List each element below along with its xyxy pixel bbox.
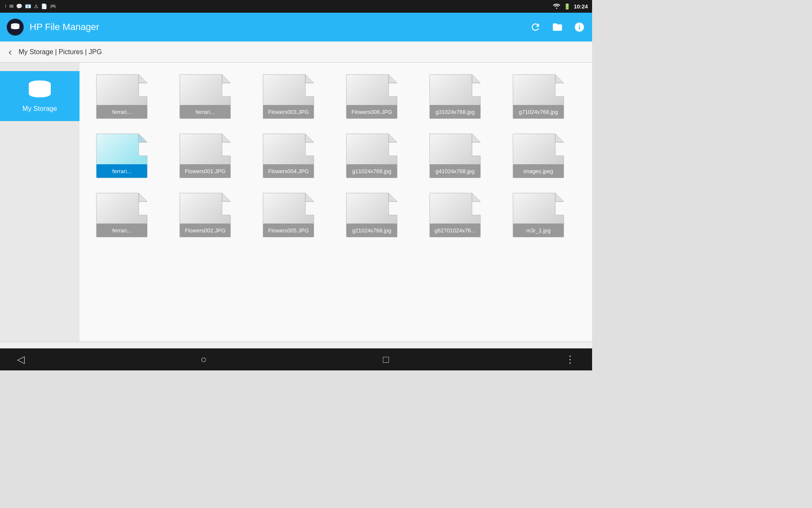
status-icons-left: ↑ ✉ 💬 📧 ⚠ 📄 🎮 <box>4 3 56 9</box>
header-icons <box>529 21 585 33</box>
status-icons-right: 🔋 10:24 <box>553 3 588 10</box>
file-icon-9: Flowers004.JPG <box>259 130 324 181</box>
file-item-13[interactable]: ferrari... <box>88 190 162 240</box>
battery-icon: 🔋 <box>564 3 571 10</box>
nav-back-button[interactable]: ◁ <box>17 353 25 365</box>
upload-icon: ↑ <box>4 3 7 9</box>
breadcrumb-path: My Storage | Pictures | JPG <box>19 48 102 56</box>
nav-recent-button[interactable]: □ <box>383 353 389 365</box>
app-header: HP File Manager <box>0 13 592 41</box>
file-item-18[interactable]: m3r_1.jpg <box>505 190 579 240</box>
file-item-9[interactable]: Flowers004.JPG <box>255 130 329 181</box>
file-item-15[interactable]: Flowers005.JPG <box>255 190 329 240</box>
file-grid: ferrari... <box>88 71 584 240</box>
svg-text:Flowers003.JPG: Flowers003.JPG <box>268 109 309 115</box>
file-icon-14: Flowers002.JPG <box>176 190 241 240</box>
time-display: 10:24 <box>574 3 588 10</box>
chat-icon: 💬 <box>16 3 22 9</box>
info-button[interactable] <box>573 21 585 33</box>
svg-text:g11024x768.jpg: g11024x768.jpg <box>352 168 392 174</box>
svg-point-8 <box>29 91 51 97</box>
file-item-17[interactable]: g62701024x76... <box>421 190 495 240</box>
sidebar-item-my-storage[interactable]: My Storage <box>0 71 80 121</box>
file-item-7[interactable]: ferrari... <box>88 130 162 181</box>
svg-text:ferrari...: ferrari... <box>112 109 132 115</box>
file-icon-11: g41024x768.jpg <box>425 130 491 181</box>
svg-text:g62701024x76...: g62701024x76... <box>435 227 476 234</box>
file-item-16[interactable]: g21024x768.jpg <box>338 190 412 240</box>
svg-text:g31024x768.jpg: g31024x768.jpg <box>436 109 475 115</box>
file-icon-16: g21024x768.jpg <box>342 190 408 240</box>
svg-text:Flowers002.JPG: Flowers002.JPG <box>185 227 225 234</box>
svg-text:Flowers005.JPG: Flowers005.JPG <box>268 227 309 234</box>
app-logo <box>7 19 24 36</box>
wifi-icon <box>553 3 560 10</box>
file-item-1[interactable]: ferrari... <box>88 71 162 122</box>
file-icon-10: g11024x768.jpg <box>342 130 408 181</box>
file-item-5[interactable]: g31024x768.jpg <box>421 71 495 122</box>
storage-icon <box>27 80 52 101</box>
file-area[interactable]: ferrari... <box>80 63 592 342</box>
svg-text:g41024x768.jpg: g41024x768.jpg <box>436 168 475 174</box>
svg-text:Flowers004.JPG: Flowers004.JPG <box>268 168 309 174</box>
outlook-icon: 📧 <box>25 3 31 9</box>
file-item-8[interactable]: Flowers001.JPG <box>171 130 245 181</box>
nav-home-button[interactable]: ○ <box>200 353 207 365</box>
svg-text:g71024x768.jpg: g71024x768.jpg <box>519 109 558 115</box>
breadcrumb-bar: ‹ My Storage | Pictures | JPG <box>0 41 592 63</box>
file-item-11[interactable]: g41024x768.jpg <box>421 130 495 181</box>
file-item-4[interactable]: Flowers006.JPG <box>338 71 412 122</box>
file-icon-2: ferrari... <box>176 71 241 122</box>
svg-point-1 <box>11 23 19 26</box>
svg-text:Flowers001.JPG: Flowers001.JPG <box>185 168 225 174</box>
file-icon-5: g31024x768.jpg <box>425 71 491 122</box>
file-item-2[interactable]: ferrari... <box>171 71 245 122</box>
file-item-3[interactable]: Flowers003.JPG <box>255 71 329 122</box>
file-item-6[interactable]: g71024x768.jpg <box>505 71 579 122</box>
app-title: HP File Manager <box>30 22 529 33</box>
svg-text:Flowers006.JPG: Flowers006.JPG <box>351 109 392 115</box>
alert-icon: ⚠ <box>34 3 38 9</box>
file-icon-17: g62701024x76... <box>425 190 491 240</box>
file-icon-12: images.jpeg <box>509 130 574 181</box>
svg-text:ferrari...: ferrari... <box>112 227 132 234</box>
folder-button[interactable] <box>551 21 563 33</box>
svg-text:images.jpeg: images.jpeg <box>524 168 553 174</box>
file-icon-8: Flowers001.JPG <box>176 130 241 181</box>
file-item-10[interactable]: g11024x768.jpg <box>338 130 412 181</box>
file-icon: 📄 <box>41 3 47 9</box>
file-icon-4: Flowers006.JPG <box>342 71 408 122</box>
file-item-12[interactable]: images.jpeg <box>505 130 579 181</box>
status-bar: ↑ ✉ 💬 📧 ⚠ 📄 🎮 🔋 10:24 <box>0 0 592 13</box>
game-icon: 🎮 <box>50 3 56 9</box>
main-layout: My Storage <box>0 63 592 342</box>
file-icon-13: ferrari... <box>92 190 158 240</box>
file-icon-6: g71024x768.jpg <box>509 71 574 122</box>
file-icon-15: Flowers005.JPG <box>259 190 324 240</box>
svg-text:ferrari...: ferrari... <box>112 168 132 174</box>
nav-more-button[interactable]: ⋮ <box>565 353 575 365</box>
svg-text:g21024x768.jpg: g21024x768.jpg <box>352 227 392 234</box>
back-button[interactable]: ‹ <box>7 44 14 60</box>
refresh-button[interactable] <box>529 21 541 33</box>
sidebar: My Storage <box>0 63 80 342</box>
svg-text:m3r_1.jpg: m3r_1.jpg <box>526 227 551 234</box>
file-icon-7: ferrari... <box>92 130 158 181</box>
gmail-icon: ✉ <box>9 3 14 9</box>
file-item-14[interactable]: Flowers002.JPG <box>171 190 245 240</box>
file-icon-1: ferrari... <box>92 71 158 122</box>
svg-text:ferrari...: ferrari... <box>196 109 215 115</box>
file-icon-3: Flowers003.JPG <box>259 71 324 122</box>
nav-bar: ◁ ○ □ ⋮ <box>0 348 592 370</box>
sidebar-my-storage-label: My Storage <box>22 105 57 113</box>
file-icon-18: m3r_1.jpg <box>509 190 574 240</box>
